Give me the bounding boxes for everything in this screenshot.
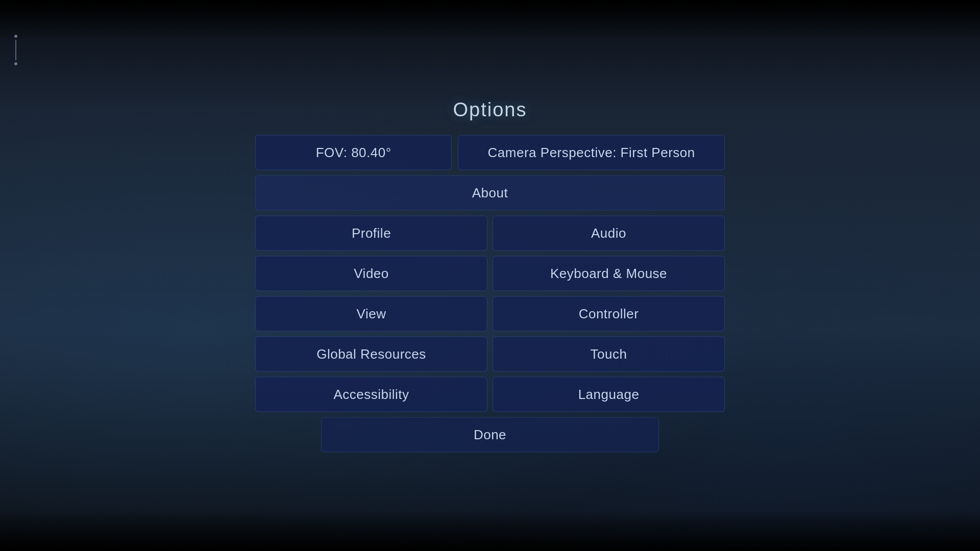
fov-button[interactable]: FOV: 80.40° — [255, 135, 452, 170]
options-grid: Profile Audio Video Keyboard & Mouse Vie… — [255, 216, 725, 412]
global-resources-button[interactable]: Global Resources — [255, 337, 487, 372]
corner-decoration — [14, 35, 17, 65]
profile-button[interactable]: Profile — [255, 216, 487, 251]
keyboard-mouse-button[interactable]: Keyboard & Mouse — [493, 256, 725, 291]
options-dialog: Options FOV: 80.40° Camera Perspective: … — [255, 99, 725, 453]
audio-button[interactable]: Audio — [493, 216, 725, 251]
touch-button[interactable]: Touch — [493, 337, 725, 372]
done-button[interactable]: Done — [321, 417, 659, 453]
vignette-top — [0, 0, 980, 41]
controller-button[interactable]: Controller — [493, 296, 725, 332]
language-button[interactable]: Language — [493, 377, 725, 412]
dialog-title: Options — [453, 99, 527, 121]
video-button[interactable]: Video — [255, 256, 487, 291]
camera-perspective-button[interactable]: Camera Perspective: First Person — [458, 135, 725, 170]
top-row: FOV: 80.40° Camera Perspective: First Pe… — [255, 135, 725, 170]
view-button[interactable]: View — [255, 296, 487, 332]
about-button[interactable]: About — [255, 176, 725, 211]
vignette-bottom — [0, 510, 980, 551]
accessibility-button[interactable]: Accessibility — [255, 377, 487, 412]
